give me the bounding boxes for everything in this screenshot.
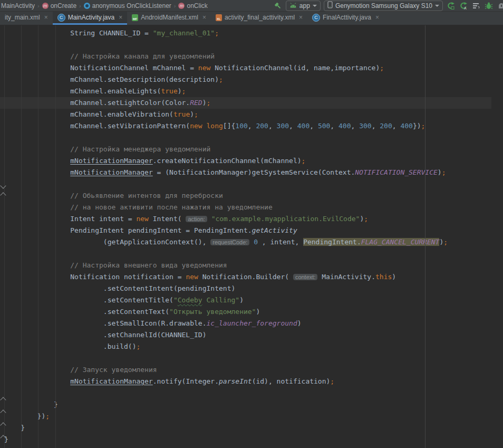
code-token: parseInt [219, 377, 252, 385]
code-line[interactable] [0, 178, 491, 190]
code-line[interactable] [0, 352, 491, 364]
code-token: 200 [380, 122, 392, 130]
code-line[interactable]: // Настройка канала для уведомлений [0, 51, 491, 62]
code-line[interactable]: }); [0, 411, 491, 422]
tab-activity-final-acttivity-xml[interactable]: XLactivity_final_acttivity.xml× [211, 12, 307, 25]
code-line[interactable]: // Запуск уведомления [0, 364, 491, 376]
breadcrumb-label: anonymous OnClickListener [92, 2, 171, 9]
code-token: }) [4, 412, 45, 420]
tab-androidmanifest-xml[interactable]: MFAndroidManifest.xml× [127, 12, 211, 25]
close-icon[interactable]: × [375, 14, 379, 21]
code-token: new [136, 215, 148, 223]
code-line[interactable]: // на новое активити после нажатия на ув… [0, 202, 491, 213]
code-line[interactable]: } [0, 434, 491, 445]
code-line[interactable]: String CHANNEL_ID = "my_channel_01"; [0, 27, 491, 39]
code-token: ; [442, 168, 446, 176]
breadcrumb-separator: › [174, 3, 176, 9]
breadcrumb: MainActivity›monCreate›anonymous OnClick… [1, 2, 208, 9]
code-line[interactable]: } [0, 422, 491, 434]
code-line[interactable]: mChannel.setLightColor(Color.RED); [0, 97, 491, 109]
code-line[interactable]: NotificationChannel mChannel = new Notif… [0, 62, 491, 74]
code-token: []{ [223, 122, 235, 130]
code-token: "my_channel_01" [153, 29, 215, 37]
code-token: ; [194, 110, 198, 118]
code-line[interactable]: Notification notification = new Notifica… [0, 271, 491, 283]
chevron-down-icon [313, 5, 317, 7]
code-token: NotificationChannel(id, name,importance) [210, 64, 380, 72]
code-line[interactable]: mNotificationManager.createNotificationC… [0, 155, 491, 167]
code-line[interactable] [0, 248, 491, 260]
code-token: true [161, 87, 177, 95]
code-token: requestCode: [210, 239, 249, 245]
breadcrumb-item[interactable]: anonymous OnClickListener [84, 2, 171, 9]
code-line[interactable]: // Настройка внешнего вида уведомления [0, 260, 491, 271]
code-token: PendingIntent. [303, 238, 361, 246]
code-line[interactable]: mChannel.setDescription(description); [0, 74, 491, 85]
build-hammer-icon[interactable] [273, 1, 283, 11]
code-token: ; [219, 75, 223, 83]
layout-xml-file-icon: XL [216, 14, 222, 21]
toolbar: app Genymotion Samsung Galaxy S10 [273, 1, 502, 11]
close-icon[interactable]: × [299, 14, 303, 21]
code-token: ; [45, 412, 50, 420]
breadcrumb-item[interactable]: monClick [178, 2, 207, 9]
code-line[interactable]: (getApplicationContext(), requestCode: 0… [0, 236, 491, 248]
tab-ity-main-xml[interactable]: ity_main.xml× [0, 12, 53, 25]
tab-finalacttivity-java[interactable]: CFinalActtivity.java× [307, 12, 384, 25]
close-icon[interactable]: × [119, 14, 122, 21]
code-token: RED [190, 99, 202, 107]
code-line[interactable]: .setContentText("Открыть уведомление") [0, 306, 491, 318]
code-token: new long [190, 122, 223, 130]
run-list-icon[interactable] [471, 1, 481, 11]
code-token: // Обьявление интентов для переброски [4, 192, 223, 199]
profiler-icon[interactable] [497, 1, 503, 11]
code-token: Calling" [202, 296, 239, 304]
code-line[interactable]: } [0, 399, 491, 411]
code-line[interactable] [0, 39, 491, 51]
code-token: "Открыть уведомление" [169, 308, 256, 316]
debug-bug-icon[interactable] [484, 1, 494, 11]
apply-code-changes-icon[interactable]: A [459, 1, 468, 11]
code-token: .setContentText( [4, 308, 169, 316]
code-line[interactable]: mChannel.enableLights(true); [0, 85, 491, 97]
code-token [207, 215, 211, 223]
code-token: 300 [359, 122, 371, 130]
run-config-selector[interactable]: app [286, 1, 321, 11]
code-line[interactable]: .setContentIntent(pendingIntent) [0, 283, 491, 294]
code-line[interactable]: mChannel.enableVibration(true); [0, 109, 491, 120]
close-icon[interactable]: × [44, 14, 48, 21]
breadcrumb-label: MainActivity [1, 2, 35, 9]
code-line[interactable]: // Обьявление интентов для переброски [0, 190, 491, 202]
code-line[interactable]: .setChannelId(CHANNEL_ID) [0, 329, 491, 341]
breadcrumb-item[interactable]: MainActivity [1, 2, 35, 9]
code-line[interactable]: mChannel.setVibrationPattern(new long[]{… [0, 120, 491, 132]
tab-label: FinalActtivity.java [323, 14, 371, 21]
android-icon [289, 2, 297, 9]
code-line[interactable]: .setSmallIcon(R.drawable.ic_launcher_for… [0, 318, 491, 329]
anonymous-class-icon [84, 3, 90, 9]
code-line[interactable]: // Настройка менеджера уведомлений [0, 144, 491, 155]
code-line[interactable]: Intent intent = new Intent( action: "com… [0, 213, 491, 225]
manifest-file-icon: MF [132, 14, 138, 21]
top-bar: MainActivity›monCreate›anonymous OnClick… [0, 0, 503, 12]
code-token: (id), notification) [252, 377, 331, 385]
device-selector[interactable]: Genymotion Samsung Galaxy S10 [324, 1, 443, 11]
code-token: // Запуск уведомления [4, 366, 157, 374]
breadcrumb-separator: › [37, 3, 40, 9]
code-token: "com.example.myapplication.EvilCode" [211, 215, 360, 223]
breadcrumb-item[interactable]: monCreate [42, 2, 76, 9]
code-line[interactable]: .setContentTitle("Codeby Calling") [0, 294, 491, 306]
code-line[interactable]: mNotificationManager.notify(Integer.pars… [0, 376, 491, 387]
code-token: ; [182, 87, 186, 95]
code-line[interactable] [0, 387, 491, 399]
java-class-icon: C [312, 14, 320, 22]
apply-changes-icon[interactable] [446, 1, 456, 11]
code-token: action: [186, 216, 207, 222]
code-token: (getApplicationContext(), [4, 238, 210, 246]
code-line[interactable]: .build(); [0, 341, 491, 352]
tab-mainactivity-java[interactable]: CMainActivity.java× [53, 12, 128, 25]
code-line[interactable] [0, 132, 491, 144]
close-icon[interactable]: × [202, 14, 206, 21]
code-line[interactable]: PendingIntent pendingIntent = PendingInt… [0, 225, 491, 236]
code-line[interactable]: mNotificationManager = (NotificationMana… [0, 167, 491, 178]
